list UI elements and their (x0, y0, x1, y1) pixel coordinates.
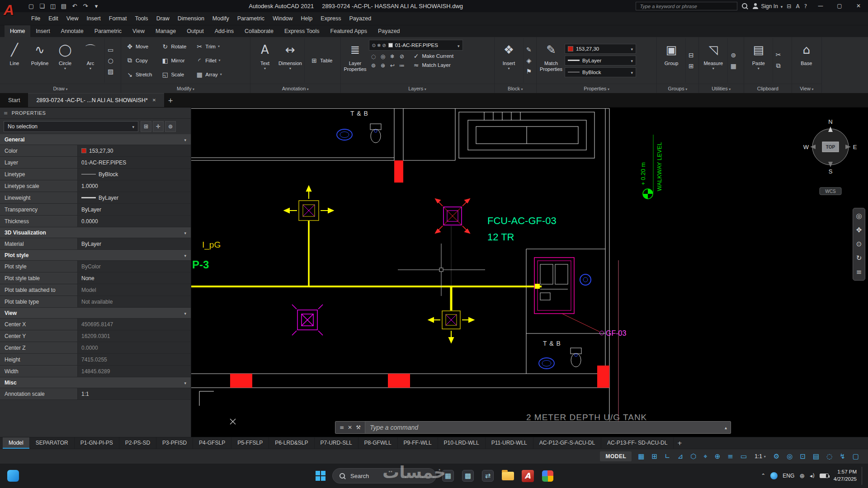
calculator-app[interactable]: ▩ (459, 467, 477, 485)
polar-tracking-icon[interactable]: ⊿ (674, 449, 687, 464)
match-layer-button[interactable]: ≈ Match Layer (410, 61, 457, 69)
ribbon-tab[interactable]: Output (181, 25, 209, 37)
new-file-icon[interactable]: ▢ (26, 0, 36, 12)
tool-text[interactable]: A Text (252, 38, 278, 83)
navbar-menu-icon[interactable]: ≡ (856, 269, 862, 276)
transfer-app[interactable]: ⇄ (479, 467, 497, 485)
autocad-app[interactable]: A (519, 467, 537, 485)
isodraft-icon[interactable]: ⬡ (687, 449, 700, 464)
layout-tab[interactable]: AC-P13-FF- SD-ACU-DL (601, 437, 674, 449)
layers-panel-footer[interactable]: Layers (341, 84, 494, 93)
ribbon-tab[interactable]: Featured Apps (325, 25, 373, 37)
group-button[interactable]: Group (659, 38, 684, 83)
navigation-bar[interactable]: ◎✥⊙↻≡ (853, 208, 865, 281)
fcu-unit[interactable] (534, 258, 604, 335)
clean-screen-icon[interactable]: ▢ (849, 449, 863, 464)
search-icon[interactable] (741, 3, 748, 9)
network-icon[interactable]: ⊕ (799, 472, 805, 479)
layer-freeze-tool-icon[interactable]: ❄ (388, 52, 397, 61)
base-view-button[interactable]: Base (794, 38, 819, 83)
tool-rotate[interactable]: ↻ Rotate (158, 39, 192, 53)
menu-item[interactable]: Modify (208, 12, 233, 25)
grid-icon[interactable]: ▦ (634, 449, 648, 464)
section-header-plot-style[interactable]: Plot style (0, 250, 191, 261)
menu-item[interactable]: Express (316, 12, 345, 25)
quick-properties-icon[interactable]: ▤ (809, 449, 823, 464)
lineweight-dropdown[interactable]: ByLayer (565, 56, 636, 66)
model-space-button[interactable]: MODEL (600, 451, 632, 461)
copy-clip-icon[interactable]: ⧉ (776, 62, 781, 70)
navigation-wheel-icon[interactable]: ◎ (856, 213, 862, 220)
tool-scale[interactable]: ◱ Scale (158, 67, 192, 81)
orbit-icon[interactable]: ↻ (856, 255, 862, 262)
command-input[interactable] (365, 424, 721, 431)
layer-dropdown[interactable]: ⊙❄⊘ 01-AC-REF.PIPES (369, 40, 463, 51)
measure-button[interactable]: Measure (701, 38, 726, 83)
section-header-general[interactable]: General (0, 134, 191, 145)
layout-tab[interactable]: P8-GFWLL (359, 437, 398, 449)
make-current-button[interactable]: ✓ Make Current (410, 52, 457, 60)
minimize-button[interactable]: — (811, 0, 830, 12)
cut-icon[interactable]: ✂ (776, 51, 781, 58)
rectangle-tool-icon[interactable]: ▭ (108, 46, 113, 53)
layout-tab[interactable]: P7-URD-SLL (315, 437, 359, 449)
menu-item[interactable]: Window (269, 12, 297, 25)
layer-walk-icon[interactable]: ⊕ (378, 61, 388, 70)
layer-unlock-icon[interactable]: ⊚ (369, 61, 378, 70)
ortho-icon[interactable]: ∟ (661, 449, 674, 464)
menu-item[interactable]: Draw (152, 12, 174, 25)
maximize-button[interactable]: ▢ (830, 0, 849, 12)
draw-panel-footer[interactable]: Draw (0, 84, 121, 93)
tool-array[interactable]: ▦ Array (193, 67, 225, 81)
language-indicator[interactable]: ENG (783, 473, 794, 479)
select-objects-icon[interactable]: ✛ (153, 121, 164, 132)
widgets-button[interactable] (7, 470, 19, 482)
annotation-scale-button[interactable]: 1:1 (750, 453, 770, 460)
layout-tab[interactable]: P3-PFISD (156, 437, 193, 449)
show-desktop-button[interactable] (862, 467, 863, 485)
tool-move[interactable]: ✥ Move (123, 39, 157, 53)
section-header-3d-visualization[interactable]: 3D Visualization (0, 227, 191, 238)
layout-tab[interactable]: P9-FF-WLL (398, 437, 438, 449)
keyword-search-field[interactable] (636, 2, 737, 11)
match-properties-button[interactable]: Match Properties (538, 38, 564, 83)
cmd-close-icon[interactable]: ✕ (346, 424, 354, 431)
cmd-customize-icon[interactable]: ⚒ (354, 424, 362, 431)
palette-grip-icon[interactable] (4, 110, 8, 116)
snap-icon[interactable]: ⊞ (648, 449, 661, 464)
menu-item[interactable]: View (62, 12, 83, 25)
ellipse-tool-icon[interactable]: ○ (108, 57, 113, 64)
tool-trim[interactable]: ✂ Trim (193, 39, 225, 53)
layout-tab[interactable]: AC-P12-GF-S-ACU-DL (533, 437, 601, 449)
tool-stretch[interactable]: ↘ Stretch (123, 67, 157, 81)
autocad-logo-icon[interactable]: A (4, 1, 14, 19)
tool-mirror[interactable]: ◧ Mirror (158, 53, 192, 67)
utilities-panel-footer[interactable]: Utilities (699, 84, 744, 93)
section-header-misc[interactable]: Misc (0, 377, 191, 388)
layout-tab[interactable]: P6-LRD&SLP (269, 437, 314, 449)
zoom-icon[interactable]: ⊙ (856, 241, 862, 248)
start-button[interactable] (311, 467, 330, 485)
tool-arc[interactable]: ⌒ Arc (78, 38, 103, 83)
annotation-monitor-icon[interactable]: ◎ (783, 449, 796, 464)
ribbon-tab[interactable]: Express Tools (279, 25, 325, 37)
ungroup-icon[interactable]: ⊟ (689, 52, 694, 59)
lineweight-icon[interactable]: ≡ (724, 449, 737, 464)
units-icon[interactable]: ⊡ (796, 449, 809, 464)
layout-tab[interactable]: P4-GFSLP (193, 437, 231, 449)
group-edit-icon[interactable]: ⊞ (689, 62, 694, 70)
menu-item[interactable]: Edit (44, 12, 62, 25)
annotation-panel-footer[interactable]: Annotation (250, 84, 340, 93)
layout-tab[interactable]: SEPARATOR (30, 437, 75, 449)
navigation-compass[interactable]: TOP N W E S WCS (803, 118, 857, 195)
ribbon-tab[interactable]: Manage (150, 25, 181, 37)
ribbon-tab[interactable]: Add-ins (209, 25, 239, 37)
hatch-tool-icon[interactable]: ▨ (108, 68, 113, 75)
menu-item[interactable]: Help (297, 12, 317, 25)
redo-icon[interactable]: ↷ (80, 0, 90, 12)
ribbon-tab[interactable]: Collaborate (239, 25, 279, 37)
open-file-icon[interactable]: ❏ (37, 0, 47, 12)
drawing-area[interactable]: + 0.20 m WALKWAY LEVEL TOP N W E S WCS (191, 108, 868, 437)
ribbon-tab[interactable]: Annotate (56, 25, 89, 37)
layer-previous-icon[interactable]: ↩ (388, 61, 397, 70)
